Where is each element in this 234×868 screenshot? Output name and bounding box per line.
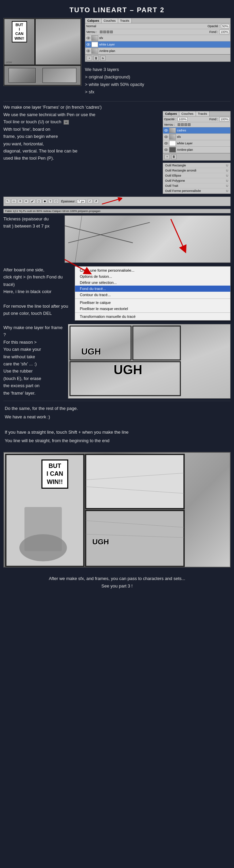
thickness-group: Épaisseur : 7 px xyxy=(61,199,85,203)
tool-polygone[interactable]: Outil Polygone U xyxy=(163,178,230,183)
tf-line5: frame, you can begin where xyxy=(3,133,159,140)
bottom-speech-bubble: BUT I CAN WIN!! xyxy=(41,459,68,489)
traces-tab-2[interactable]: Tracés xyxy=(196,111,210,116)
left-text-block-2: We use the same technical with Pen or us… xyxy=(3,111,159,194)
opacity-value-1[interactable]: 50% xyxy=(221,24,229,28)
mode-row-1: Normal Opacité : 50% xyxy=(85,23,230,29)
tool-trait[interactable]: Outil Trait U xyxy=(163,183,230,188)
calques-tab-2[interactable]: Calques xyxy=(163,111,179,116)
ctx-sep xyxy=(75,299,230,299)
fond-value-1[interactable]: 100% xyxy=(219,30,229,34)
layer-row-sfx[interactable]: sfx xyxy=(85,35,230,41)
toolbar-pen[interactable]: ✒ xyxy=(24,199,29,203)
tool-icon: ✏ xyxy=(64,120,69,125)
sep-1 xyxy=(3,101,231,102)
toolbar-fill[interactable]: ◆ xyxy=(42,199,47,203)
why-line9: the 'frame' layer. xyxy=(3,390,65,397)
add-layer-btn[interactable]: + xyxy=(87,56,92,60)
fond-value-2[interactable]: 100% xyxy=(219,117,229,121)
opacity-value-2[interactable]: 100% xyxy=(178,117,187,121)
ctx-item-8[interactable]: Transformation manuelle du tracé xyxy=(75,313,230,320)
add-layer-btn-2[interactable]: + xyxy=(164,155,170,159)
toolbar-eraser[interactable]: ◻ xyxy=(36,199,41,203)
layer-name-bg: Arrière-plan xyxy=(99,49,115,53)
tool-rectangle[interactable]: Outil Rectangle U xyxy=(163,163,230,168)
layer-row-white[interactable]: white Layer xyxy=(85,41,230,48)
toolbar-rect[interactable]: ▭ xyxy=(11,199,17,203)
layer-row-cadres[interactable]: cadres xyxy=(163,127,230,134)
toolbar-move[interactable]: ✛ xyxy=(18,199,23,203)
why-line4: line without take xyxy=(3,353,65,360)
toolbar-shape[interactable]: ⬡ xyxy=(54,199,59,203)
layer-row-bg2[interactable]: Arrière-plan xyxy=(163,147,230,153)
section-5: Why make one layer for frame ? For this … xyxy=(0,324,234,399)
toolbar-text[interactable]: T xyxy=(48,199,53,203)
ctx-item-6[interactable]: Pixelliser le calque xyxy=(75,300,230,306)
traces-tab[interactable]: Tracés xyxy=(118,18,132,23)
lock5-icon xyxy=(178,123,180,126)
ugh-small: UGH xyxy=(6,61,12,64)
layer-row-bg[interactable]: Arrière-plan xyxy=(85,48,230,54)
right-panel-1: Calques Couches Tracés Normal Opacité : … xyxy=(85,18,231,96)
calques-tab[interactable]: Calques xyxy=(85,18,102,23)
layers-panel-2-wrapper: Calques Couches Tracés Opacité : 100% Fo… xyxy=(163,111,231,194)
thickness-value[interactable]: 7 px xyxy=(77,199,85,203)
fond-label-2: Fond : xyxy=(209,117,218,121)
del-layer-btn-2[interactable]: 🗑 xyxy=(171,155,177,159)
layer-row-white-2[interactable]: white Layer xyxy=(163,140,230,147)
ctx-item-1[interactable]: Créer une forme personnalisée... xyxy=(75,267,230,273)
ctx-item-5[interactable]: Contour du tracé... xyxy=(75,292,230,298)
tool-ellipse[interactable]: Outil Ellipse U xyxy=(163,173,230,178)
red-arrow-context xyxy=(61,256,95,276)
why-line5: care the 'sfx' ... :) xyxy=(3,360,65,367)
layer-row-sfx-2[interactable]: sfx xyxy=(163,134,230,140)
tickness-line2: trait ) between 3 et 7 px xyxy=(3,222,61,230)
layer-thumb-white2 xyxy=(169,141,176,146)
manga-bg-3 xyxy=(68,324,230,398)
couches-tab-2[interactable]: Couches xyxy=(179,111,196,116)
layers-panel-header-1: Calques Couches Tracés xyxy=(85,18,230,23)
why-line1: Why make one layer for frame ? xyxy=(3,324,65,339)
fx-layer-btn[interactable]: fx xyxy=(100,56,106,60)
lock3-icon xyxy=(107,31,109,33)
tickness-line1: Tickness (epaisseur du xyxy=(3,215,61,222)
toolbar-cancel[interactable]: ✗ xyxy=(94,199,99,203)
page-title: TUTO LINEART – PART 2 xyxy=(0,0,234,18)
svg-point-13 xyxy=(166,149,167,150)
verrou-row-2: Verrou : xyxy=(163,122,230,127)
ctx-item-3[interactable]: Définir une sélection... xyxy=(75,279,230,286)
why-line6: Use the rubber xyxy=(3,367,65,375)
ctx-item-2[interactable]: Options de fusion... xyxy=(75,273,230,279)
eye-icon-3 xyxy=(86,49,90,53)
thickness-label: Épaisseur : xyxy=(61,200,76,203)
or-touch-text: or touch xyxy=(46,119,61,124)
layer-name-white: white Layer xyxy=(99,43,115,46)
final-line2: See you part 3 ! xyxy=(5,582,229,590)
ctx-item-4[interactable]: Fond du tracé... xyxy=(75,286,230,292)
frames-intro-text: We make one layer 'Frames' or (in french… xyxy=(0,104,234,111)
couches-tab[interactable]: Couches xyxy=(102,18,118,23)
context-menu-area: Créer une forme personnalisée... Options… xyxy=(75,266,231,321)
ctx-sep2 xyxy=(75,312,230,313)
final-text: After we make sfx, and frames, you can p… xyxy=(0,572,234,595)
layer-name-sfx: sfx xyxy=(99,36,103,40)
lock4-icon xyxy=(110,31,113,33)
layers-bottom-2: + 🗑 xyxy=(163,153,230,160)
layers-info-line2: > original (background) xyxy=(85,73,231,81)
toolbar-arrow[interactable]: ↖ xyxy=(5,199,10,203)
ctx-item-7[interactable]: Pixelliser le masque vectoriel xyxy=(75,306,230,312)
tool-rectangle-round[interactable]: Outil Rectangle arrondi U xyxy=(163,168,230,173)
toolbar-ok[interactable]: ✓ xyxy=(88,199,93,203)
layers-panel-1: Calques Couches Tracés Normal Opacité : … xyxy=(85,18,231,62)
tool-forme[interactable]: Outil Forme personnalisée U xyxy=(163,188,230,194)
toolbar-brush[interactable]: 🖌 xyxy=(30,199,35,203)
toolbar: ↖ ▭ ✛ ✒ 🖌 ◻ ◆ T ⬡ Épaisseur : 7 px ✓ ✗ xyxy=(3,197,231,206)
tickness-text: Tickness (epaisseur du trait ) between 3… xyxy=(3,215,61,263)
layers-info-line3: > white layer with 50% opacity xyxy=(85,81,231,88)
tools-list: Calques Couches Tracés Opacité : 100% Fo… xyxy=(163,111,231,161)
bottom-text-block: Do the same, for the rest of the page. W… xyxy=(0,403,234,448)
eye-icon-c xyxy=(164,128,168,132)
del-layer-btn[interactable]: 🗑 xyxy=(93,56,99,60)
layers-panel-header-2: Calques Couches Tracés xyxy=(163,111,230,116)
lock8-icon xyxy=(188,123,191,126)
